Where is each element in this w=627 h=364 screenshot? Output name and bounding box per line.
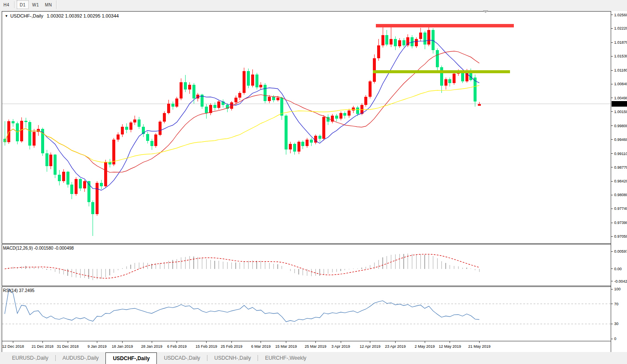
candle-body <box>217 101 220 107</box>
support-line[interactable] <box>373 70 510 73</box>
candle-body <box>133 119 136 123</box>
rsi-panel-chart[interactable] <box>2 287 611 341</box>
price-axis[interactable]: 1.025601.022201.018701.015301.011801.008… <box>611 11 627 352</box>
candle-body <box>364 97 367 105</box>
axis-tick-label: 1.02560 <box>614 13 627 17</box>
axis-tick-label: 12 May 2019 <box>439 344 461 349</box>
candle-body <box>444 79 447 86</box>
candle-body <box>314 136 317 143</box>
candle-body <box>402 40 405 45</box>
candle-body <box>238 93 241 98</box>
timeframe-button-w1[interactable]: W1 <box>30 0 42 9</box>
axis-tick-label: 1.01870 <box>614 40 627 45</box>
chart-tab-usdcad[interactable]: USDCAD-,Daily <box>157 352 207 364</box>
axis-tick-label: 12 Dec 2018 <box>2 344 24 349</box>
timeframe-button-h4[interactable]: H4 <box>0 0 12 9</box>
candle-body <box>70 185 73 194</box>
axis-tick-label: 0.97740 <box>614 206 627 211</box>
axis-tick-label: 1.00344 <box>612 102 627 106</box>
axis-tick-label: 15 Mar 2019 <box>275 344 297 349</box>
candle-body <box>448 79 451 83</box>
axis-tick-label: -0.004243 <box>614 279 627 283</box>
candle-body <box>293 144 296 152</box>
axis-tick-label: 21 May 2019 <box>468 344 490 349</box>
candle-body <box>255 75 258 87</box>
axis-tick-label: 31 Dec 2018 <box>57 344 78 349</box>
candle-body <box>318 136 321 139</box>
candle-body <box>356 107 359 114</box>
axis-tick-label: 0.99460 <box>614 137 627 142</box>
chart-tab-eurusd[interactable]: EURUSD-,Daily <box>5 352 55 364</box>
candle-body <box>159 122 162 134</box>
time-axis[interactable]: 12 Dec 201821 Dec 201831 Dec 20189 Jan 2… <box>2 341 611 352</box>
collapse-arrow-icon[interactable]: ▼ <box>5 14 8 18</box>
candle-body <box>91 202 94 214</box>
candle-body <box>377 45 380 58</box>
candle-body <box>12 121 15 123</box>
axis-tick-label: 1.02220 <box>614 26 627 30</box>
candle-body <box>100 183 103 186</box>
candle-body <box>390 39 393 45</box>
axis-tick-label: 0.98080 <box>614 193 627 197</box>
chart-tab-usdchf[interactable]: USDCHF-,Daily <box>105 352 157 364</box>
axis-tick-label: 70 <box>614 302 618 306</box>
candle-body <box>285 116 288 149</box>
candle-body <box>184 82 187 90</box>
axis-tick-label: 25 Mar 2019 <box>305 344 327 349</box>
axis-tick-label: 0.98770 <box>614 165 627 170</box>
candle-body <box>192 85 195 98</box>
toolbar-separator <box>14 1 15 8</box>
main-price-chart[interactable] <box>2 12 611 243</box>
candle-body <box>335 116 338 119</box>
axis-tick-label: 25 Feb 2019 <box>221 344 243 349</box>
candle-body <box>112 140 115 164</box>
candle-body <box>28 122 31 146</box>
candle-body <box>16 123 19 141</box>
candle-body <box>440 67 443 86</box>
candle-body <box>264 85 267 101</box>
chart-tab-usdcnh[interactable]: USDCNH-,Daily <box>207 352 258 364</box>
candle-body <box>234 98 237 102</box>
candle-body <box>301 142 304 146</box>
axis-tick-label: 2 May 2019 <box>414 344 435 349</box>
candle-body <box>75 179 78 194</box>
macd-panel-chart[interactable] <box>2 245 611 286</box>
axis-tick-label: 6 Feb 2019 <box>167 344 187 349</box>
candle-body <box>62 172 65 182</box>
candle-body <box>243 71 246 93</box>
resistance-line[interactable] <box>376 24 514 27</box>
timeframe-button-d1[interactable]: D1 <box>17 0 29 9</box>
candle-body <box>352 107 355 111</box>
candle-body <box>415 39 418 46</box>
axis-tick-label: 28 Jan 2019 <box>141 344 162 349</box>
chart-tab-bar: EURUSD-,DailyAUDUSD-,DailyUSDCHF-,DailyU… <box>0 352 627 364</box>
candle-body <box>49 155 52 166</box>
autoscroll-marker-icon <box>483 10 489 14</box>
candle-body <box>423 33 426 45</box>
axis-tick-label: 0.00597 <box>614 249 627 254</box>
candle-body <box>167 104 170 113</box>
timeframe-toolbar: H4D1W1MN <box>0 0 627 9</box>
candle-body <box>348 110 351 116</box>
candle-body <box>385 35 388 45</box>
chart-tab-eurchf[interactable]: EURCHF-,Weekly <box>258 352 313 364</box>
timeframe-button-mn[interactable]: MN <box>42 0 54 9</box>
candle-body <box>272 97 275 100</box>
axis-tick-label: 1.00150 <box>614 110 627 114</box>
macd-histogram <box>5 254 479 280</box>
candle-body <box>306 140 309 146</box>
candle-body <box>322 117 325 139</box>
candle-body <box>432 30 435 50</box>
candle-body <box>129 122 132 130</box>
axis-tick-label: 0 <box>614 337 616 341</box>
candle-body <box>289 144 292 149</box>
toolbar-separator <box>56 0 57 9</box>
candle-body <box>54 155 57 175</box>
rsi-indicator-label: RSI(14) 37.2495 <box>3 288 34 293</box>
chart-tab-audusd[interactable]: AUDUSD-,Daily <box>56 352 106 364</box>
fast-ma-line <box>5 40 479 191</box>
candle-body <box>154 134 157 146</box>
candle-body <box>175 98 178 107</box>
candle-body <box>150 141 153 146</box>
candle-body <box>79 179 82 189</box>
